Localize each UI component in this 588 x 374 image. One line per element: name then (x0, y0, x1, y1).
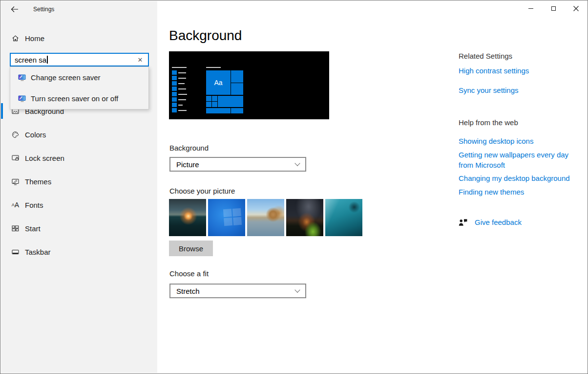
sidebar-item-fonts[interactable]: AA Fonts (1, 195, 157, 215)
clear-search-icon[interactable]: ✕ (136, 57, 144, 63)
suggestion-turn-screen-saver[interactable]: Turn screen saver on or off (10, 88, 148, 109)
sidebar-item-label: Colors (25, 131, 46, 139)
windows-logo-shape (223, 208, 242, 226)
sidebar-item-label: Themes (25, 177, 51, 186)
back-button[interactable] (9, 4, 20, 14)
minimize-icon (528, 8, 533, 9)
suggestion-change-screen-saver[interactable]: Change screen saver (10, 67, 148, 88)
related-settings-title: Related Settings (459, 52, 512, 60)
sidebar-item-label: Home (25, 34, 44, 43)
suggestion-label: Turn screen saver on or off (31, 94, 118, 103)
suggestion-label: Change screen saver (31, 73, 101, 82)
search-suggestions-dropdown: Change screen saver Turn screen saver on… (10, 66, 149, 110)
sidebar-item-start[interactable]: Start (1, 219, 157, 238)
sidebar-item-lock-screen[interactable]: Lock screen (1, 148, 157, 168)
sidebar: Settings Home Background Colors (1, 1, 157, 373)
preview-app-line (178, 110, 187, 111)
screen-saver-icon (18, 95, 26, 102)
preview-app-square (172, 87, 177, 91)
preview-app-square (172, 97, 177, 102)
preview-tile (231, 70, 243, 83)
themes-icon (11, 177, 20, 186)
lock-screen-icon (11, 154, 20, 162)
link-getting-new-wallpapers[interactable]: Getting new wallpapers every day from Mi… (459, 150, 570, 170)
chevron-down-icon (294, 160, 300, 166)
palette-icon (11, 131, 20, 139)
sidebar-item-label: Fonts (25, 201, 43, 209)
maximize-icon (551, 6, 556, 11)
preview-app-line (178, 88, 186, 89)
preview-app-square (172, 92, 177, 96)
link-changing-desktop-background[interactable]: Changing my desktop background (459, 173, 570, 183)
screen-saver-icon (18, 74, 26, 81)
text-caret (47, 56, 48, 64)
dropdown-value: Stretch (176, 287, 200, 295)
search-input[interactable]: screen sa ✕ (10, 53, 149, 66)
choose-fit-label: Choose a fit (169, 269, 209, 278)
preview-app-square (172, 70, 177, 75)
give-feedback[interactable]: Give feedback (459, 218, 522, 226)
home-icon (11, 34, 20, 43)
preview-app-line (178, 99, 186, 100)
back-arrow-icon (11, 6, 19, 13)
settings-window: Settings Home Background Colors (0, 0, 588, 374)
preview-tile (212, 96, 217, 101)
sidebar-item-label: Taskbar (25, 248, 51, 256)
preview-app-line (178, 105, 183, 106)
search-text: screen sa (15, 56, 46, 64)
link-sync-your-settings[interactable]: Sync your settings (459, 85, 570, 95)
wallpaper-thumbnail-windows-default[interactable] (208, 199, 245, 236)
close-icon (573, 6, 579, 11)
sidebar-item-taskbar[interactable]: Taskbar (1, 242, 157, 262)
link-finding-new-themes[interactable]: Finding new themes (459, 187, 570, 197)
browse-button[interactable]: Browse (169, 241, 213, 256)
preview-app-line (178, 78, 186, 79)
sidebar-item-label: Lock screen (25, 154, 64, 162)
start-tiles-icon (11, 224, 20, 233)
link-showing-desktop-icons[interactable]: Showing desktop icons (459, 136, 570, 146)
preview-tile (212, 102, 217, 107)
preview-app-square (172, 103, 177, 107)
choose-picture-label: Choose your picture (169, 187, 235, 195)
preview-tile (231, 83, 243, 95)
taskbar-icon (11, 248, 20, 256)
feedback-person-icon (459, 219, 468, 226)
page-title: Background (169, 28, 242, 44)
preview-app-square (172, 108, 177, 112)
wallpaper-thumbnail-beach-rocks[interactable] (247, 199, 284, 236)
choose-fit-dropdown[interactable]: Stretch (169, 284, 306, 298)
help-from-web-title: Help from the web (459, 118, 518, 127)
preview-app-line (178, 94, 187, 95)
preview-tile (206, 102, 211, 107)
preview-app-square (172, 81, 177, 86)
minimize-button[interactable] (520, 1, 542, 16)
preview-app-line (178, 83, 185, 84)
background-preview: Aa (169, 51, 329, 119)
sidebar-item-home[interactable]: Home (1, 28, 157, 48)
preview-tile (231, 108, 243, 113)
app-title: Settings (33, 6, 54, 13)
wallpaper-thumbnail-night-sky[interactable] (286, 199, 323, 236)
give-feedback-label: Give feedback (475, 218, 522, 226)
maximize-button[interactable] (542, 1, 565, 16)
chevron-down-icon (294, 287, 300, 292)
fonts-icon: AA (11, 201, 20, 209)
wallpaper-thumbnail-sunset[interactable] (169, 199, 206, 236)
preview-tile (206, 108, 231, 113)
preview-app-line (178, 72, 186, 73)
preview-aa-tile: Aa (206, 70, 231, 95)
preview-app-square (172, 76, 177, 80)
dropdown-value: Picture (176, 160, 199, 169)
link-high-contrast-settings[interactable]: High contrast settings (459, 66, 570, 76)
preview-tile (218, 96, 243, 107)
background-type-label: Background (169, 144, 209, 152)
preview-tile (206, 96, 211, 101)
sidebar-item-label: Start (25, 224, 41, 233)
close-button[interactable] (565, 1, 587, 16)
sidebar-item-colors[interactable]: Colors (1, 125, 157, 144)
sidebar-item-themes[interactable]: Themes (1, 172, 157, 191)
preview-tile-group-header (206, 67, 221, 68)
background-type-dropdown[interactable]: Picture (169, 157, 306, 172)
preview-list-header (172, 67, 187, 68)
wallpaper-thumbnail-underwater[interactable] (325, 199, 362, 236)
